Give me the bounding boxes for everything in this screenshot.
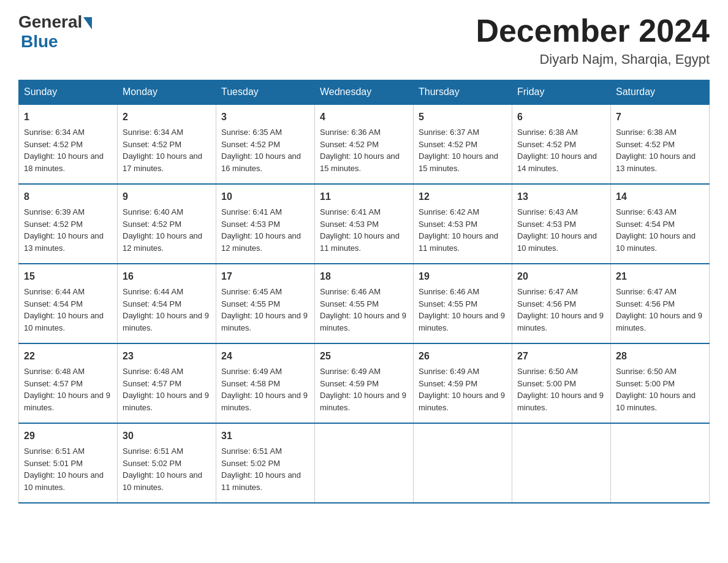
day-number: 16 bbox=[123, 269, 211, 284]
calendar-cell: 14Sunrise: 6:43 AMSunset: 4:54 PMDayligh… bbox=[611, 184, 710, 264]
calendar-cell: 20Sunrise: 6:47 AMSunset: 4:56 PMDayligh… bbox=[512, 264, 611, 343]
calendar-cell: 6Sunrise: 6:38 AMSunset: 4:52 PMDaylight… bbox=[512, 104, 611, 184]
logo-general-text: General bbox=[18, 12, 82, 32]
logo: General Blue bbox=[18, 12, 92, 52]
day-number: 30 bbox=[123, 429, 211, 443]
header-sunday: Sunday bbox=[19, 80, 118, 105]
calendar-cell: 22Sunrise: 6:48 AMSunset: 4:57 PMDayligh… bbox=[19, 343, 118, 423]
header-monday: Monday bbox=[118, 80, 216, 105]
day-number: 20 bbox=[517, 269, 605, 284]
day-number: 9 bbox=[123, 190, 211, 204]
calendar-cell: 3Sunrise: 6:35 AMSunset: 4:52 PMDaylight… bbox=[216, 104, 315, 184]
day-number: 6 bbox=[517, 110, 605, 124]
calendar-cell bbox=[414, 423, 512, 503]
calendar-cell: 7Sunrise: 6:38 AMSunset: 4:52 PMDaylight… bbox=[611, 104, 710, 184]
header-wednesday: Wednesday bbox=[315, 80, 414, 105]
calendar-cell: 17Sunrise: 6:45 AMSunset: 4:55 PMDayligh… bbox=[216, 264, 315, 343]
calendar-cell: 2Sunrise: 6:34 AMSunset: 4:52 PMDaylight… bbox=[118, 104, 216, 184]
day-number: 31 bbox=[221, 429, 309, 443]
day-number: 27 bbox=[517, 349, 605, 364]
calendar-cell: 8Sunrise: 6:39 AMSunset: 4:52 PMDaylight… bbox=[19, 184, 118, 264]
calendar-cell bbox=[315, 423, 414, 503]
day-number: 11 bbox=[320, 190, 408, 204]
calendar-cell: 18Sunrise: 6:46 AMSunset: 4:55 PMDayligh… bbox=[315, 264, 414, 343]
calendar-cell: 15Sunrise: 6:44 AMSunset: 4:54 PMDayligh… bbox=[19, 264, 118, 343]
day-number: 4 bbox=[320, 110, 408, 124]
calendar-cell: 1Sunrise: 6:34 AMSunset: 4:52 PMDaylight… bbox=[19, 104, 118, 184]
day-number: 17 bbox=[221, 269, 309, 284]
day-number: 5 bbox=[419, 110, 507, 124]
header-tuesday: Tuesday bbox=[216, 80, 315, 105]
day-number: 1 bbox=[24, 110, 112, 124]
calendar-cell: 12Sunrise: 6:42 AMSunset: 4:53 PMDayligh… bbox=[414, 184, 512, 264]
calendar-cell bbox=[512, 423, 611, 503]
calendar-week-2: 8Sunrise: 6:39 AMSunset: 4:52 PMDaylight… bbox=[19, 184, 710, 264]
header-friday: Friday bbox=[512, 80, 611, 105]
day-number: 28 bbox=[616, 349, 704, 364]
calendar-cell: 9Sunrise: 6:40 AMSunset: 4:52 PMDaylight… bbox=[118, 184, 216, 264]
calendar-cell: 4Sunrise: 6:36 AMSunset: 4:52 PMDaylight… bbox=[315, 104, 414, 184]
day-number: 19 bbox=[419, 269, 507, 284]
calendar-cell: 28Sunrise: 6:50 AMSunset: 5:00 PMDayligh… bbox=[611, 343, 710, 423]
day-number: 25 bbox=[320, 349, 408, 364]
calendar-cell: 26Sunrise: 6:49 AMSunset: 4:59 PMDayligh… bbox=[414, 343, 512, 423]
calendar-cell: 23Sunrise: 6:48 AMSunset: 4:57 PMDayligh… bbox=[118, 343, 216, 423]
calendar-cell: 25Sunrise: 6:49 AMSunset: 4:59 PMDayligh… bbox=[315, 343, 414, 423]
calendar-cell: 13Sunrise: 6:43 AMSunset: 4:53 PMDayligh… bbox=[512, 184, 611, 264]
day-number: 7 bbox=[616, 110, 704, 124]
day-number: 21 bbox=[616, 269, 704, 284]
calendar-cell: 19Sunrise: 6:46 AMSunset: 4:55 PMDayligh… bbox=[414, 264, 512, 343]
calendar-cell: 10Sunrise: 6:41 AMSunset: 4:53 PMDayligh… bbox=[216, 184, 315, 264]
calendar-cell: 30Sunrise: 6:51 AMSunset: 5:02 PMDayligh… bbox=[118, 423, 216, 503]
location-text: Diyarb Najm, Sharqia, Egypt bbox=[476, 52, 710, 67]
calendar-cell: 31Sunrise: 6:51 AMSunset: 5:02 PMDayligh… bbox=[216, 423, 315, 503]
day-number: 26 bbox=[419, 349, 507, 364]
month-title: December 2024 bbox=[476, 12, 710, 49]
calendar-cell: 24Sunrise: 6:49 AMSunset: 4:58 PMDayligh… bbox=[216, 343, 315, 423]
page-header: General Blue December 2024 Diyarb Najm, … bbox=[18, 12, 710, 67]
title-section: December 2024 Diyarb Najm, Sharqia, Egyp… bbox=[476, 12, 710, 67]
day-number: 15 bbox=[24, 269, 112, 284]
calendar-cell: 29Sunrise: 6:51 AMSunset: 5:01 PMDayligh… bbox=[19, 423, 118, 503]
day-number: 3 bbox=[221, 110, 309, 124]
header-thursday: Thursday bbox=[414, 80, 512, 105]
day-number: 18 bbox=[320, 269, 408, 284]
calendar-cell: 11Sunrise: 6:41 AMSunset: 4:53 PMDayligh… bbox=[315, 184, 414, 264]
calendar-week-1: 1Sunrise: 6:34 AMSunset: 4:52 PMDaylight… bbox=[19, 104, 710, 184]
calendar-cell bbox=[611, 423, 710, 503]
day-number: 24 bbox=[221, 349, 309, 364]
day-number: 2 bbox=[123, 110, 211, 124]
calendar-cell: 21Sunrise: 6:47 AMSunset: 4:56 PMDayligh… bbox=[611, 264, 710, 343]
day-number: 8 bbox=[24, 190, 112, 204]
calendar-header-row: SundayMondayTuesdayWednesdayThursdayFrid… bbox=[19, 80, 710, 105]
day-number: 12 bbox=[419, 190, 507, 204]
calendar-cell: 5Sunrise: 6:37 AMSunset: 4:52 PMDaylight… bbox=[414, 104, 512, 184]
calendar-cell: 27Sunrise: 6:50 AMSunset: 5:00 PMDayligh… bbox=[512, 343, 611, 423]
day-number: 10 bbox=[221, 190, 309, 204]
logo-blue-text: Blue bbox=[21, 32, 58, 52]
logo-arrow-icon bbox=[83, 17, 92, 29]
day-number: 13 bbox=[517, 190, 605, 204]
calendar-week-5: 29Sunrise: 6:51 AMSunset: 5:01 PMDayligh… bbox=[19, 423, 710, 503]
calendar-week-3: 15Sunrise: 6:44 AMSunset: 4:54 PMDayligh… bbox=[19, 264, 710, 343]
header-saturday: Saturday bbox=[611, 80, 710, 105]
day-number: 22 bbox=[24, 349, 112, 364]
calendar-cell: 16Sunrise: 6:44 AMSunset: 4:54 PMDayligh… bbox=[118, 264, 216, 343]
calendar-table: SundayMondayTuesdayWednesdayThursdayFrid… bbox=[18, 80, 710, 504]
day-number: 29 bbox=[24, 429, 112, 443]
day-number: 23 bbox=[123, 349, 211, 364]
day-number: 14 bbox=[616, 190, 704, 204]
calendar-week-4: 22Sunrise: 6:48 AMSunset: 4:57 PMDayligh… bbox=[19, 343, 710, 423]
